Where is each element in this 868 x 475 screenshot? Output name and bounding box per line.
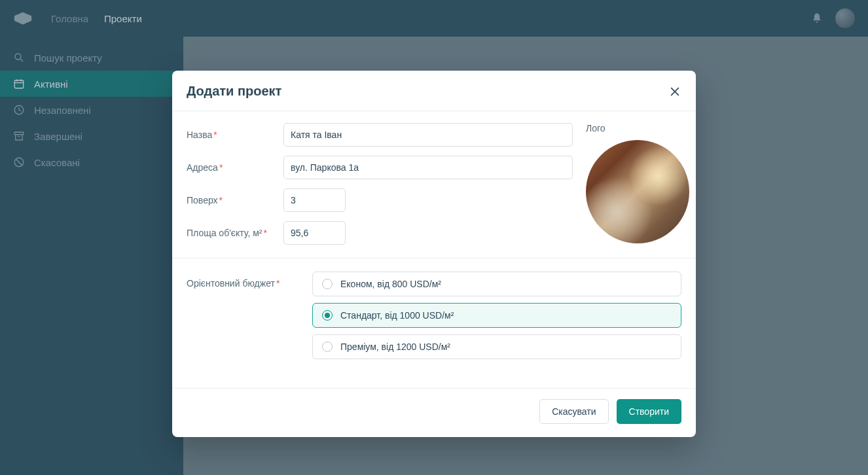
- add-project-modal: Додати проект Назва* Адреса* Поверх*: [172, 71, 696, 437]
- floor-input[interactable]: [283, 188, 346, 212]
- label-name: Назва*: [187, 130, 283, 140]
- label-budget: Орієнтовний бюджет*: [187, 272, 283, 359]
- budget-options: Економ, від 800 USD/м² Стандарт, від 100…: [312, 272, 681, 359]
- budget-option-label: Економ, від 800 USD/м²: [340, 279, 441, 289]
- logo-upload[interactable]: [586, 140, 689, 243]
- budget-option-label: Стандарт, від 1000 USD/м²: [340, 310, 454, 321]
- label-logo: Лого: [586, 123, 689, 133]
- area-input[interactable]: [283, 221, 346, 245]
- budget-option-premium[interactable]: Преміум, від 1200 USD/м²: [312, 334, 681, 359]
- name-input[interactable]: [283, 123, 573, 147]
- create-button[interactable]: Створити: [617, 399, 681, 424]
- label-area: Площа об'єкту, м²*: [187, 228, 283, 238]
- label-floor: Поверх*: [187, 195, 283, 205]
- address-input[interactable]: [283, 156, 573, 179]
- radio-icon: [322, 342, 333, 352]
- budget-option-economy[interactable]: Економ, від 800 USD/м²: [312, 272, 681, 296]
- radio-icon: [322, 279, 333, 289]
- label-address: Адреса*: [187, 162, 283, 173]
- modal-overlay: Додати проект Назва* Адреса* Поверх*: [0, 0, 868, 475]
- cancel-button[interactable]: Скасувати: [539, 399, 608, 424]
- modal-title: Додати проект: [187, 84, 281, 99]
- radio-icon: [322, 310, 333, 321]
- divider: [172, 258, 696, 258]
- budget-option-label: Преміум, від 1200 USD/м²: [340, 342, 450, 352]
- budget-option-standard[interactable]: Стандарт, від 1000 USD/м²: [312, 303, 681, 328]
- close-icon[interactable]: [668, 85, 681, 98]
